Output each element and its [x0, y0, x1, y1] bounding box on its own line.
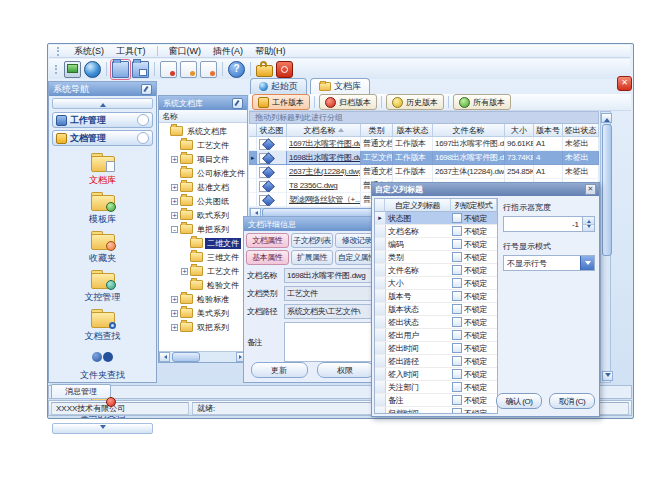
- pin-icon[interactable]: [141, 84, 152, 95]
- column-name-cell[interactable]: 签出时间: [386, 342, 452, 354]
- doc-orange-icon[interactable]: [180, 61, 197, 78]
- dialog-title-bar[interactable]: 自定义列标题 ✕: [372, 183, 599, 196]
- column-row[interactable]: 签出用户 不锁定: [375, 329, 497, 342]
- checkbox[interactable]: [452, 291, 462, 301]
- tab-basic-properties[interactable]: 基本属性: [246, 250, 289, 265]
- history-version-button[interactable]: 历史版本: [386, 94, 444, 110]
- checkbox[interactable]: [452, 252, 462, 262]
- table-row[interactable]: 2637主体(12284).dwg 普通文档 工作版本 2637主体(12284…: [249, 165, 599, 179]
- row-number-mode-dropdown[interactable]: 不显示行号: [503, 255, 595, 271]
- spinner-value[interactable]: -1: [504, 217, 582, 231]
- column-name-cell[interactable]: 编码: [386, 238, 452, 250]
- column-row[interactable]: 版本号 不锁定: [375, 290, 497, 303]
- tab-document-library[interactable]: 文档库: [310, 78, 370, 94]
- checkbox[interactable]: [452, 408, 462, 413]
- message-management-tab[interactable]: 消息管理: [51, 384, 111, 398]
- column-header-category[interactable]: 类别: [361, 124, 393, 137]
- checkbox[interactable]: [452, 369, 462, 379]
- tree-node[interactable]: + 美式系列: [159, 306, 247, 320]
- checkbox[interactable]: [452, 395, 462, 405]
- globe-icon[interactable]: [84, 61, 101, 78]
- folder-window-icon[interactable]: [132, 61, 149, 78]
- checkbox[interactable]: [452, 317, 462, 327]
- tree-expander-icon[interactable]: +: [171, 156, 178, 163]
- column-row[interactable]: 状态图 不锁定: [375, 212, 497, 225]
- column-row[interactable]: 签出时间 不锁定: [375, 342, 497, 355]
- tree-expander-icon[interactable]: +: [171, 212, 178, 219]
- scroll-down-icon[interactable]: [602, 371, 613, 381]
- table-row[interactable]: 1697出水嘴零件图.dwg 普通文档 工作版本 1697出水嘴零件图.dwg …: [249, 137, 599, 151]
- column-name-cell[interactable]: 签出状态: [386, 316, 452, 328]
- scrollbar-thumb[interactable]: [602, 124, 612, 256]
- column-name-cell[interactable]: 大小: [386, 277, 452, 289]
- column-name-cell[interactable]: 版本号: [386, 290, 452, 302]
- archive-version-button[interactable]: 归档版本: [319, 94, 377, 110]
- doc-path-field[interactable]: 系统文档夹\工艺文件\: [284, 304, 377, 319]
- doc-name-cell[interactable]: 1697出水嘴零件图.dwg: [287, 137, 361, 151]
- sidebar-item[interactable]: 文档库: [49, 150, 156, 189]
- column-header-size[interactable]: 大小: [505, 124, 534, 137]
- tree-node[interactable]: 工艺文件: [159, 138, 247, 152]
- permission-button[interactable]: 权限: [317, 362, 374, 378]
- chevron-down-icon[interactable]: [137, 114, 149, 126]
- chevron-down-icon[interactable]: [580, 256, 594, 270]
- column-name-cell[interactable]: 归档时间: [386, 407, 452, 413]
- tree-expander-icon[interactable]: +: [171, 296, 178, 303]
- tree-expander-icon[interactable]: -: [171, 226, 178, 233]
- checkbox[interactable]: [452, 382, 462, 392]
- doc-name-cell[interactable]: 1698出水嘴零件图.dwg: [287, 151, 361, 165]
- work-version-button[interactable]: 工作版本: [252, 94, 310, 110]
- chevron-up-icon[interactable]: [137, 132, 149, 144]
- menu-help[interactable]: 帮助(H): [254, 45, 287, 58]
- tree-node[interactable]: + 项目文件: [159, 152, 247, 166]
- sidebar-scroll-up[interactable]: [52, 98, 153, 109]
- column-row[interactable]: 归档时间 不锁定: [375, 407, 497, 413]
- column-row[interactable]: 备注 不锁定: [375, 394, 497, 407]
- column-row[interactable]: 大小 不锁定: [375, 277, 497, 290]
- drag-grip[interactable]: [57, 47, 61, 56]
- update-button[interactable]: 更新: [251, 362, 308, 378]
- lock-mode-header[interactable]: 列锁定模式: [451, 199, 497, 212]
- tree-node[interactable]: 检验文件: [159, 278, 247, 292]
- checkbox[interactable]: [452, 226, 462, 236]
- column-header-file-name[interactable]: 文件名称: [433, 124, 505, 137]
- column-name-cell[interactable]: 版本状态: [386, 303, 452, 315]
- tree-expander-icon[interactable]: +: [171, 198, 178, 205]
- confirm-button[interactable]: 确认 (O): [496, 393, 542, 409]
- tree-column-header[interactable]: 名称: [159, 110, 247, 123]
- tree-expander-icon[interactable]: +: [171, 184, 178, 191]
- menu-window[interactable]: 窗口(W): [168, 45, 203, 58]
- tree-expander-icon[interactable]: +: [181, 268, 188, 275]
- tree-node[interactable]: + 工艺文件: [159, 264, 247, 278]
- sidebar-scroll-down[interactable]: [52, 423, 153, 434]
- column-header-version-status[interactable]: 版本状态: [393, 124, 433, 137]
- column-row[interactable]: 文档名称 不锁定: [375, 225, 497, 238]
- doc-category-field[interactable]: 工艺文件: [284, 286, 377, 301]
- tree-expander-icon[interactable]: +: [171, 310, 178, 317]
- column-row[interactable]: 版本状态 不锁定: [375, 303, 497, 316]
- tree-node[interactable]: - 单把系列: [159, 222, 247, 236]
- tree-node[interactable]: + 双把系列: [159, 320, 247, 334]
- column-row[interactable]: 类别 不锁定: [375, 251, 497, 264]
- tree-node[interactable]: + 检验标准: [159, 292, 247, 306]
- sidebar-group-work[interactable]: 工作管理: [52, 112, 153, 128]
- checkbox[interactable]: [452, 213, 462, 223]
- tab-subdoc-list[interactable]: 子文档列表: [291, 233, 334, 248]
- tree-node[interactable]: + 基准文档: [159, 180, 247, 194]
- menu-tools[interactable]: 工具(T): [115, 45, 147, 58]
- monitor-icon[interactable]: [64, 61, 81, 78]
- lock-icon[interactable]: [256, 65, 273, 77]
- cancel-button[interactable]: 取消 (C): [549, 393, 595, 409]
- sidebar-item[interactable]: 文档查找: [49, 306, 156, 345]
- column-name-cell[interactable]: 类别: [386, 251, 452, 263]
- drag-grip[interactable]: [55, 65, 59, 74]
- checkbox[interactable]: [452, 356, 462, 366]
- checkbox[interactable]: [452, 330, 462, 340]
- column-title-header[interactable]: 自定义列标题: [385, 199, 451, 212]
- tree-node[interactable]: + 公共图纸: [159, 194, 247, 208]
- column-header-checkout[interactable]: 签出状态: [563, 124, 599, 137]
- checkbox[interactable]: [452, 343, 462, 353]
- column-name-cell[interactable]: 签入时间: [386, 368, 452, 380]
- checkbox[interactable]: [452, 239, 462, 249]
- checkbox[interactable]: [452, 265, 462, 275]
